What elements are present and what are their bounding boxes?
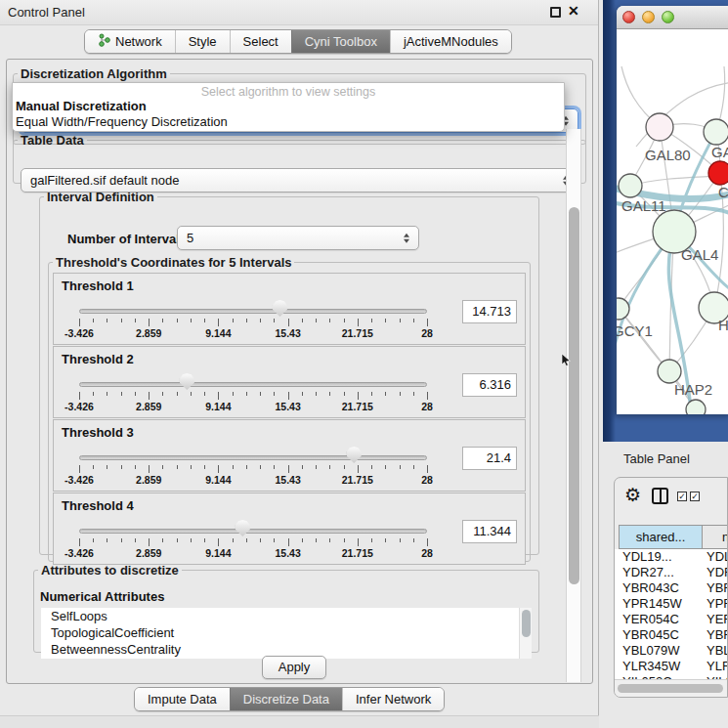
dropdown-option-equal-width-frequency-discretization[interactable]: Equal Width/Frequency Discretization [13, 114, 564, 130]
float-panel-icon[interactable] [550, 7, 561, 18]
table-toolbar: ⚙ ✓ ✓ [615, 478, 727, 523]
threshold-value-field[interactable]: 14.713 [462, 300, 517, 323]
threshold-label: Threshold 2 [62, 352, 134, 366]
attribute-item-selfloops[interactable]: SelfLoops [41, 608, 532, 624]
slider-tick-labels: -3.4262.8599.14415.4321.71528 [79, 547, 427, 560]
slider-thumb[interactable] [180, 373, 194, 390]
thresholds-container: Threshold 1-3.4262.8599.14415.4321.71528… [49, 273, 530, 565]
tick-label: 15.43 [275, 474, 300, 486]
slider-track[interactable] [79, 382, 427, 387]
number-of-intervals-value: 5 [187, 231, 193, 245]
numerical-attributes-list[interactable]: SelfLoopsTopologicalCoefficientBetweenne… [41, 608, 532, 659]
node-label: GCY1 [617, 322, 653, 339]
tick-label: 28 [421, 401, 433, 412]
table-row[interactable]: YLR345WYLR3 [615, 659, 728, 674]
network-node-gal80[interactable] [646, 113, 673, 141]
bottom-tab-label: Impute Data [148, 692, 217, 707]
apply-button[interactable]: Apply [262, 656, 326, 679]
tab-cyni-toolbox[interactable]: Cyni Toolbox [291, 30, 390, 53]
slider-tick-labels: -3.4262.8599.14415.4321.71528 [79, 401, 427, 413]
close-light-icon[interactable] [622, 11, 635, 23]
attributes-group: Attributes to discretize Numerical Attri… [33, 563, 539, 653]
table-row[interactable]: YDL19...YDL1 [615, 549, 728, 565]
table-row[interactable]: YDR27...YDR2 [615, 565, 728, 580]
cell-shared-name: YBR045C [622, 627, 679, 642]
minimize-light-icon[interactable] [642, 11, 655, 23]
control-panel-titlebar: Control Panel ✕ [0, 0, 598, 25]
attribute-item-topologicalcoefficient[interactable]: TopologicalCoefficient [41, 624, 532, 641]
tab-jactivemnodules[interactable]: jActiveMNodules [390, 30, 511, 53]
gear-icon[interactable]: ⚙ [624, 484, 641, 506]
table-panel-titlebar: Table Panel [599, 442, 728, 477]
tab-select[interactable]: Select [230, 30, 291, 53]
network-canvas[interactable]: GAL80GACGAL11GAL4GCY1HHAP2 [617, 29, 728, 414]
bottom-tab-infer-network[interactable]: Infer Network [342, 688, 444, 710]
settings-scrollbar-thumb[interactable] [569, 207, 579, 584]
number-of-intervals-label: Number of Intervals [67, 232, 187, 246]
table-row[interactable]: YBR043CYBR0 [615, 580, 728, 596]
discretization-algorithm-legend: Discretization Algorithm [18, 66, 170, 81]
tick-label: -3.426 [64, 547, 94, 559]
bottom-tab-discretize-data[interactable]: Discretize Data [230, 688, 342, 710]
settings-scrollbar[interactable] [566, 129, 581, 682]
slider-track[interactable] [79, 455, 427, 460]
columns-icon[interactable] [652, 488, 668, 504]
tick-label: -3.426 [64, 401, 94, 412]
thresholds-legend: Threshold's Coordinates for 5 Intervals [53, 255, 294, 270]
panel-title: Control Panel [8, 5, 85, 20]
threshold-label: Threshold 1 [62, 278, 134, 293]
list-scrollbar[interactable] [519, 608, 532, 659]
slider-thumb[interactable] [236, 520, 250, 536]
tab-style[interactable]: Style [175, 30, 230, 53]
network-node-ga[interactable] [704, 119, 728, 145]
bottom-tab-impute-data[interactable]: Impute Data [135, 688, 230, 710]
checkbox-icon[interactable]: ✓ [677, 492, 687, 501]
attributes-legend: Attributes to discretize [38, 563, 182, 578]
cell-name: YPR1 [707, 596, 728, 611]
top-tab-bar: NetworkStyleSelectCyni ToolboxjActiveMNo… [84, 29, 512, 54]
thresholds-group: Threshold's Coordinates for 5 Intervals … [48, 255, 531, 562]
checkbox-icon[interactable]: ✓ [690, 492, 700, 501]
table-hscrollbar[interactable] [615, 679, 728, 697]
slider-track[interactable] [79, 529, 427, 534]
threshold-value-field[interactable]: 21.4 [462, 447, 517, 470]
tick-label: -3.426 [64, 474, 94, 486]
cell-shared-name: YER054C [622, 612, 679, 626]
zoom-light-icon[interactable] [662, 11, 674, 23]
slider-ticks [79, 392, 427, 401]
network-node[interactable] [686, 400, 706, 414]
slider-thumb[interactable] [273, 300, 287, 317]
table-row[interactable]: YER054CYER0 [615, 612, 728, 627]
table-panel: ⚙ ✓ ✓ shared... na YDL19...YDL1YDR27...Y… [614, 477, 728, 698]
list-scrollbar-thumb[interactable] [522, 610, 531, 637]
tab-network[interactable]: Network [85, 30, 175, 53]
slider-track[interactable] [79, 309, 427, 314]
numerical-attributes-label: Numerical Attributes [40, 589, 164, 604]
close-icon[interactable]: ✕ [568, 3, 579, 19]
table-header-row: shared... na [615, 525, 728, 549]
slider-thumb[interactable] [347, 447, 362, 463]
cell-name: YBR0 [707, 580, 728, 595]
network-node-c[interactable] [708, 161, 728, 185]
network-node-hap2[interactable] [658, 360, 681, 383]
tick-label: 21.715 [342, 327, 373, 339]
threshold-value-field[interactable]: 6.316 [462, 373, 517, 397]
tick-label: 21.715 [342, 401, 373, 412]
node-label: HAP2 [674, 381, 712, 398]
table-hscrollbar-thumb[interactable] [618, 684, 723, 693]
number-of-intervals-combobox[interactable]: 5 [177, 226, 419, 250]
threshold-panel: Threshold 4-3.4262.8599.14415.4321.71528… [53, 492, 526, 565]
right-region: GAL80GACGAL11GAL4GCY1HHAP2 Table Panel ⚙… [599, 0, 728, 728]
column-header-name[interactable]: na [702, 525, 728, 549]
table-row[interactable]: YBR045CYBR0 [615, 627, 728, 643]
dropdown-option-manual-discretization[interactable]: Manual Discretization [13, 99, 564, 114]
column-header-shared[interactable]: shared... [619, 525, 703, 549]
network-view-window[interactable]: GAL80GACGAL11GAL4GCY1HHAP2 [617, 6, 728, 414]
bottom-tab-label: Infer Network [356, 692, 431, 707]
network-node-gal11[interactable] [619, 174, 642, 197]
threshold-value-field[interactable]: 11.344 [462, 520, 517, 543]
table-row[interactable]: YPR145WYPR1 [615, 596, 728, 612]
table-row[interactable]: YBL079WYBL0 [615, 643, 728, 659]
node-label: GAL4 [681, 246, 718, 263]
network-node-gcy1[interactable] [617, 298, 629, 320]
